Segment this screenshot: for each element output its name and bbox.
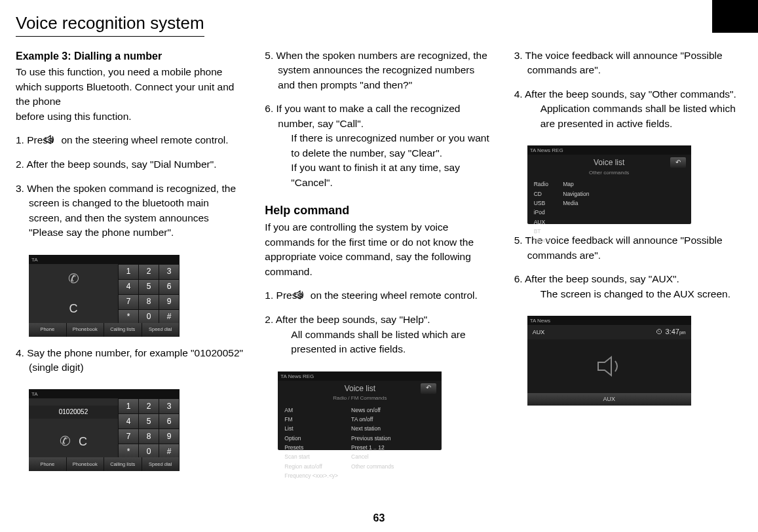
phone-icon: ✆ — [60, 432, 71, 451]
example3-heading: Example 3: Dialling a number — [16, 48, 244, 64]
key: 9 — [159, 429, 179, 444]
key: 7 — [119, 295, 138, 309]
aux-screenshot: TA News AUX ⏲ 3:47pm AUX — [527, 316, 691, 401]
tab: Speed dial — [142, 323, 180, 337]
cmd: Scan start — [284, 453, 338, 461]
h2-a: 2. After the beep sounds, say "Help". — [265, 314, 430, 325]
help-step-2: 2. After the beep sounds, say "Help". Al… — [265, 313, 493, 356]
step-3: 3. When the spoken command is recognized… — [16, 181, 244, 240]
step6-b: If there is unrecognized number or you w… — [278, 131, 493, 161]
shot1-topbar: TA — [29, 255, 180, 264]
help-intro: If you are controlling the system by voi… — [265, 220, 493, 279]
c3-4a: 4. After the beep sounds, say "Other com… — [514, 88, 736, 100]
key: 8 — [139, 429, 159, 444]
cmd: Next station — [351, 425, 394, 432]
cmd: Presets — [284, 444, 338, 451]
h2-b: All commands shall be listed which are p… — [278, 328, 493, 357]
column-3: 3. The voice feedback will announce "Pos… — [514, 48, 742, 480]
column-1: Example 3: Dialling a number To use this… — [16, 48, 244, 480]
key: * — [119, 310, 138, 324]
help-command-heading: Help command — [265, 202, 493, 219]
key: 4 — [119, 414, 138, 428]
keypad-grid: 1 2 3 4 5 6 7 8 9 * 0 # — [118, 398, 180, 457]
aux-tab: AUX — [527, 393, 691, 406]
cmd: USB — [534, 199, 550, 207]
tab: Phone — [29, 457, 67, 471]
tab: Phonebook — [67, 457, 105, 471]
vl2-subtitle: Other commands — [527, 169, 691, 177]
key: 6 — [159, 280, 179, 294]
cmd: Map — [563, 180, 589, 188]
cmd: Region auto/off — [284, 463, 338, 470]
shot2-topbar: TA — [29, 389, 180, 398]
key: 1 — [119, 265, 138, 279]
aux-topbar: TA News — [527, 316, 691, 325]
page-title: Voice recognition system — [16, 13, 204, 37]
bluetooth-keypad-screenshot-1: TA ✆ C 1 2 3 4 5 6 7 8 9 * 0 — [29, 255, 180, 337]
c3-6b: The screen is changed to the AUX screen. — [527, 287, 742, 301]
key: 5 — [139, 280, 159, 294]
c3-6a: 6. After the beep sounds, say "AUX". — [514, 273, 679, 284]
key: 2 — [139, 399, 159, 413]
key: 4 — [119, 280, 138, 294]
key: 7 — [119, 429, 138, 444]
tab: Speed dial — [142, 457, 180, 471]
step-4: 4. Say the phone number, for example "01… — [16, 346, 244, 375]
speaker-icon — [527, 339, 691, 393]
intro-line1: To use this function, you need a mobile … — [16, 66, 234, 107]
back-icon: ↶ — [421, 383, 436, 394]
key: 0 — [139, 444, 159, 459]
cmd: News on/off — [351, 406, 394, 414]
step-6: 6. If you want to make a call the recogn… — [265, 102, 493, 190]
key: 2 — [139, 265, 159, 279]
vl1-subtitle: Radio / FM Commands — [278, 394, 442, 402]
tab: Phonebook — [67, 323, 105, 337]
aux-label: AUX — [533, 328, 545, 337]
c3-step-6: 6. After the beep sounds, say "AUX". The… — [514, 272, 742, 301]
voice-list-screenshot-2: TA News REG Voice list Other commands ↶ … — [527, 145, 691, 224]
cmd: Other commands — [351, 463, 394, 470]
vl1-title: Voice list — [278, 381, 442, 394]
page-number: 63 — [373, 512, 385, 524]
step-1: 1. Press on the steering wheel remote co… — [16, 133, 244, 148]
phone-icon: ✆ — [68, 269, 79, 288]
step-2: 2. After the beep sounds, say "Dial Numb… — [16, 157, 244, 172]
vl2-title: Voice list — [527, 155, 691, 168]
bluetooth-keypad-screenshot-2: TA 01020052 ✆ C 1 2 3 4 5 6 7 — [29, 389, 180, 471]
tab: Phone — [29, 323, 67, 337]
example3-intro: To use this function, you need a mobile … — [16, 65, 244, 124]
cmd: List — [284, 425, 338, 432]
intro-line2: before using this function. — [16, 111, 132, 122]
cmd: Cancel — [351, 453, 394, 461]
cmd: Navigation — [563, 190, 589, 198]
key: 3 — [159, 265, 179, 279]
step6-a: 6. If you want to make a call the recogn… — [265, 103, 460, 128]
cmd: iPod — [534, 208, 550, 216]
key: # — [159, 310, 179, 324]
cmd: AM — [284, 406, 338, 414]
c3-step-3: 3. The voice feedback will announce "Pos… — [514, 48, 742, 78]
cmd: Option — [284, 434, 338, 442]
cmd: AUX — [534, 218, 550, 226]
cmd: Preset 1 .. 12 — [351, 444, 394, 451]
key: 6 — [159, 414, 179, 428]
decorative-black-box — [712, 0, 758, 33]
clear-button: C — [79, 433, 87, 450]
cmd: FM — [284, 415, 338, 423]
help-step-1: 1. Press on the steering wheel remote co… — [265, 288, 493, 303]
entered-number: 01020052 — [29, 406, 118, 419]
tab: Calling lists — [104, 323, 142, 337]
key: * — [119, 444, 138, 459]
key: 9 — [159, 295, 179, 309]
h1-b: on the steering wheel remote control. — [311, 290, 478, 301]
cmd: Radio — [534, 180, 550, 188]
vl1-topbar: TA News REG — [278, 371, 442, 381]
clear-button: C — [69, 300, 78, 317]
back-icon: ↶ — [670, 157, 686, 168]
cmd: Previous station — [351, 434, 394, 442]
c3-step-4: 4. After the beep sounds, say "Other com… — [514, 87, 742, 131]
aux-time: 3:47 — [666, 328, 679, 335]
cmd: Frequency <xxx>.<y> — [284, 472, 338, 480]
cmd: CD — [534, 190, 550, 198]
cmd: Media — [563, 199, 589, 207]
